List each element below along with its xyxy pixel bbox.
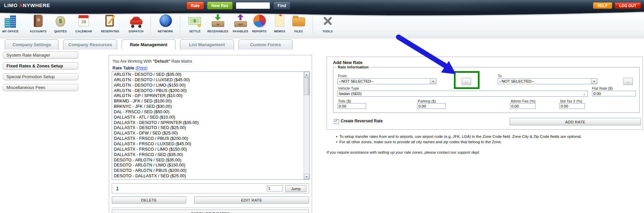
vehicle-type-value: Sedan (SED) [338,92,581,96]
flat-rate-input[interactable] [592,91,636,96]
sidebar-item-special-promotion-setup[interactable]: Special Promotion Setup [3,73,78,80]
rate-list-item[interactable]: DALLASTX - FRSCO / LUXSED ($45.00) [112,142,304,147]
toolbar-item-calendar[interactable]: CALENDAR [74,13,93,33]
rate-information-legend: Rate Information [336,65,370,69]
edit-rate-button[interactable]: EDIT RATE [194,196,309,204]
tab-label: Company Resources [68,42,112,47]
rate-list-item[interactable]: DALLASTX - FRSCO / PBUS ($200.00) [112,136,304,142]
rate-list-item[interactable]: DALLASTX - FRSCO / SED ($35.00) [112,152,304,158]
admin-fee-label: Admin Fee (%) [511,99,535,103]
rate-list-item[interactable]: DALLASTX - ATL / SED ($10.00) [112,115,304,120]
toolbar-item-network[interactable]: NETWORK [156,13,175,33]
sidebar-item-miscellaneous-fees[interactable]: Miscellaneous Fees [3,84,78,91]
tolls-input[interactable] [337,103,366,109]
rate-list-item[interactable]: DALLASTX - DFW / SED ($25.00) [112,131,304,136]
print-link[interactable]: (Print) [135,65,147,70]
parking-input[interactable] [417,103,446,109]
toolbar-item-memos[interactable]: MEMOS [270,13,289,33]
rate-list-item[interactable]: DESOTO - ARLGTN / LIMO ($150.00) [112,163,304,168]
dropdown-arrow-icon[interactable]: ▼ [591,79,597,84]
assistance-note: If you require assistance with setting u… [327,150,480,154]
moneybag-icon [53,13,68,29]
top-search-input[interactable] [236,2,270,9]
toolbar-item-my-office[interactable]: MY OFFICE [1,13,20,33]
toolbar-item-label: MEMOS [274,30,285,33]
rate-list-item[interactable]: ARLGTN - DESOTO / SED ($35.00) [112,72,304,78]
rate-list-item[interactable]: DALLASTX - FRSCO / LIMO ($150.00) [112,147,304,152]
page-1-link[interactable]: 1 [116,186,119,191]
toolbar-item-tools[interactable]: TOOLS [318,13,337,33]
limo-anywhere-logo: LIMO ANYWHERE [4,2,50,8]
rate-list-item[interactable]: BRKMD - JFK / SED ($100.00) [112,99,304,104]
topbar-quick-actions: Rate New Res Find [186,2,290,9]
toolbar-item-accounts[interactable]: ACCOUNTS [29,13,48,33]
sidebar-item-fixed-rates-zones-setup[interactable]: Fixed Rates & Zones Setup [3,62,78,69]
toolbar-item-dispatch[interactable]: DISPATCH [127,13,146,33]
flat-rate-label: Flat Rate ($) [592,86,613,90]
toolbar-item-reports[interactable]: REPORTS [250,13,269,33]
create-reversed-rate-checkbox[interactable] [334,119,339,124]
rate-list-item[interactable]: ARLGTN - GP / SPRINTER ($10.00) [112,93,304,99]
scroll-down-icon[interactable]: ▼ [304,174,309,179]
scrollbar-thumb[interactable] [304,78,309,95]
tab-custom-forms[interactable]: Custom Forms [238,39,292,50]
main-toolbar: MY OFFICE ACCOUNTS QUOTES CALENDAR RESER… [0,11,644,38]
toolbar-item-label: MY OFFICE [2,30,19,33]
rate-list-item[interactable]: DALLASTX - DESOTO / SED ($25.00) [112,125,304,131]
rate-button[interactable]: Rate [186,2,204,9]
tab-rate-management[interactable]: Rate Management [122,39,176,50]
rate-list-item[interactable]: DESOTO - DALLASTX / SED ($25.00) [112,174,304,179]
toolbar-item-receivables[interactable]: RECEIVABLES [208,13,227,33]
rate-list-item[interactable]: ARLGTN - DESOTO / LIMO ($150.00) [112,83,304,88]
find-button[interactable]: Find [273,2,290,9]
admin-fee-input[interactable] [510,103,536,109]
tab-label: Rate Management [130,42,167,47]
toolbar-item-label: RECEIVABLES [207,30,228,33]
listbox-scrollbar[interactable]: ▲ ▼ [304,72,309,179]
rate-list-item[interactable]: ARLGTN - DESOTO / LUXSED ($45.00) [112,78,304,83]
logo-text: LIMO [4,2,18,8]
rate-table-title: Rate Table (Print) [112,65,148,70]
sidebar-item-system-rate-manager[interactable]: System Rate Manager [3,52,78,59]
scroll-up-icon[interactable]: ▲ [304,72,309,77]
rate-list-item[interactable]: DAL - FRSCO / SED ($50.00) [112,110,304,115]
dropdown-arrow-icon[interactable]: ▼ [430,79,436,84]
jump-button[interactable]: Jump [285,185,306,192]
new-res-button[interactable]: New Res [207,2,233,9]
toolbar-item-reservtns[interactable]: RESERVTNS [101,13,120,33]
tools-icon [320,13,335,29]
setup-notes: To setup transfer rates from and to airp… [336,134,582,145]
tab-list-management[interactable]: List Management [180,39,234,50]
tab-company-resources[interactable]: Company Resources [63,39,117,50]
toolbar-item-payables[interactable]: PAYABLES [231,13,250,33]
toolbar-item-settle[interactable]: SETTLE [185,13,204,33]
outbox-icon [233,13,248,29]
from-select[interactable]: --NOT SELECTED-- ▼ [337,78,436,84]
logout-button[interactable]: LOG OUT [615,2,641,9]
vehicle-type-select[interactable]: Sedan (SED) ⌄ [337,91,588,97]
to-zone-browse-button[interactable]: ... [623,78,633,85]
batch-edit-rates-button[interactable]: BATCH EDIT RATES [112,210,309,213]
std-tax-2-input[interactable] [559,103,585,109]
to-select[interactable]: --NOT SELECTED-- ▼ [498,78,597,84]
rate-list-item[interactable]: DALLASTX - DESOTO / SPRINTER ($35.00) [112,120,304,126]
add-rate-button[interactable]: ADD RATE [510,118,641,125]
panel-divider [112,208,309,208]
parking-label: Parking ($) [418,99,436,103]
book-icon [31,13,46,29]
add-new-rate-title: Add New Rate [333,60,362,65]
tab-company-settings[interactable]: Company Settings [5,39,59,50]
rate-list-item[interactable]: ARLGTN - DESOTO / PBUS ($200.00) [112,88,304,94]
calendar-icon [76,13,91,29]
rate-table-listbox[interactable]: ARLGTN - DESOTO / SED ($35.00)ARLGTN - D… [112,71,310,180]
delete-button[interactable]: DELETE [112,196,186,204]
memo-icon [272,13,287,29]
toolbar-item-label: REPORTS [252,30,267,33]
toolbar-item-quotes[interactable]: QUOTES [51,13,70,33]
toolbar-item-files[interactable]: FILES [289,13,308,33]
rate-list-item[interactable]: BRKNYC - JFK / SED ($30.00) [112,104,304,110]
rate-list-item[interactable]: DESOTO - ARLGTN / SED ($35.00) [112,158,304,163]
rate-list-item[interactable]: DESOTO - ARLGTN / PBUS ($200.00) [112,168,304,174]
jump-page-input[interactable] [267,185,283,191]
help-button[interactable]: HELP [593,2,612,9]
